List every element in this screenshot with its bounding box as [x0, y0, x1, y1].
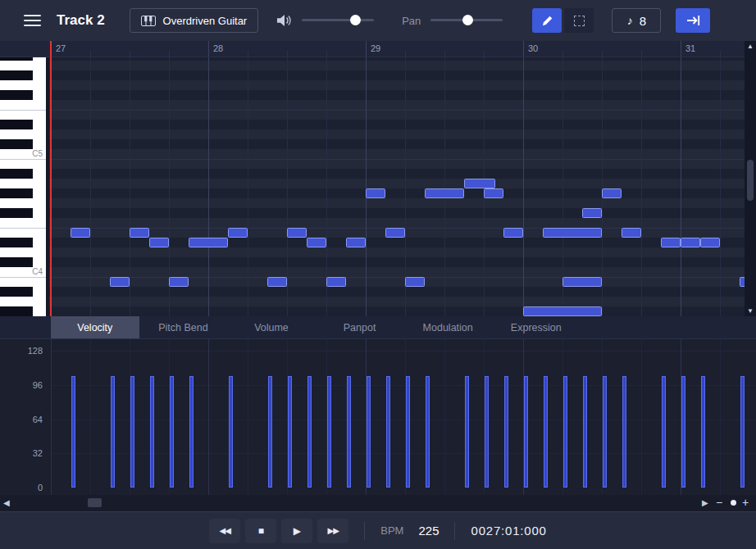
piano-key-d5[interactable] — [0, 129, 46, 139]
piano-key-e5[interactable] — [0, 110, 46, 120]
zoom-in-button[interactable]: + — [742, 496, 749, 509]
midi-note[interactable] — [287, 228, 307, 238]
midi-note[interactable] — [405, 277, 425, 287]
velocity-bar[interactable] — [465, 376, 469, 488]
horizontal-scrollbar[interactable]: ◀ ▶ − + — [0, 495, 756, 511]
midi-note[interactable] — [543, 228, 602, 238]
piano-key-f4[interactable] — [0, 218, 46, 228]
tab-panpot[interactable]: Panpot — [316, 316, 404, 338]
piano-keyboard[interactable]: C5C4 — [0, 57, 49, 316]
velocity-bar[interactable] — [583, 376, 587, 488]
piano-key-a3[interactable] — [0, 297, 46, 306]
tab-pitch-bend[interactable]: Pitch Bend — [139, 316, 228, 338]
note-duration-button[interactable]: ♪ 8 — [612, 8, 661, 33]
play-button[interactable]: ▶ — [281, 519, 312, 543]
velocity-bar[interactable] — [740, 376, 745, 488]
scroll-down-icon[interactable]: ▼ — [745, 307, 756, 315]
pencil-tool-button[interactable] — [532, 8, 562, 33]
velocity-bar[interactable] — [563, 376, 567, 488]
velocity-bar[interactable] — [485, 376, 489, 488]
midi-note[interactable] — [661, 238, 681, 247]
black-key[interactable] — [0, 238, 33, 247]
black-key[interactable] — [0, 306, 33, 316]
midi-note[interactable] — [228, 228, 248, 238]
vertical-scrollbar[interactable]: ▲ ▼ — [745, 41, 756, 316]
black-key[interactable] — [0, 70, 33, 80]
midi-note[interactable] — [385, 228, 405, 238]
velocity-bar[interactable] — [111, 376, 115, 488]
velocity-bar[interactable] — [130, 376, 134, 488]
playhead[interactable] — [50, 41, 52, 316]
black-key[interactable] — [0, 169, 33, 179]
black-key[interactable] — [0, 287, 33, 297]
velocity-bar[interactable] — [229, 376, 233, 488]
midi-note[interactable] — [484, 188, 503, 198]
midi-note[interactable] — [130, 228, 149, 238]
midi-note[interactable] — [503, 228, 523, 238]
pan-slider[interactable] — [430, 8, 503, 33]
piano-key-e4[interactable] — [0, 228, 46, 238]
selection-tool-button[interactable] — [564, 8, 594, 33]
scroll-left-icon[interactable]: ◀ — [3, 498, 10, 507]
velocity-bar[interactable] — [426, 376, 430, 488]
black-key[interactable] — [0, 188, 33, 198]
velocity-bar[interactable] — [603, 376, 607, 488]
midi-note[interactable] — [700, 238, 720, 247]
midi-note[interactable] — [602, 188, 622, 198]
midi-note[interactable] — [169, 277, 189, 287]
midi-note[interactable] — [523, 306, 602, 316]
midi-note[interactable] — [346, 238, 366, 247]
velocity-bar[interactable] — [504, 376, 508, 488]
piano-key-g4[interactable] — [0, 198, 46, 208]
scroll-right-icon[interactable]: ▶ — [702, 498, 708, 507]
velocity-bar[interactable] — [406, 376, 410, 488]
note-grid[interactable] — [49, 57, 745, 316]
piano-key-f5[interactable] — [0, 100, 46, 110]
piano-key-b3[interactable] — [0, 277, 46, 287]
velocity-bar[interactable] — [268, 376, 272, 488]
menu-button[interactable] — [21, 10, 43, 31]
vertical-scroll-thumb[interactable] — [747, 160, 754, 201]
midi-note[interactable] — [562, 277, 602, 287]
volume-slider-thumb[interactable] — [350, 15, 361, 25]
velocity-bar[interactable] — [288, 376, 292, 488]
velocity-bar[interactable] — [662, 376, 666, 488]
piano-key-a4[interactable] — [0, 179, 46, 188]
velocity-bar[interactable] — [170, 376, 174, 488]
midi-note[interactable] — [582, 208, 602, 218]
timeline-ruler[interactable]: 2728293031 — [0, 41, 745, 57]
velocity-lane[interactable]: 1289664320 — [0, 339, 756, 495]
midi-note[interactable] — [110, 277, 130, 287]
tab-modulation[interactable]: Modulation — [403, 316, 492, 338]
velocity-bar[interactable] — [307, 376, 312, 488]
zoom-out-button[interactable]: − — [716, 496, 722, 509]
black-key[interactable] — [0, 257, 33, 267]
midi-note[interactable] — [622, 228, 641, 238]
tab-volume[interactable]: Volume — [227, 316, 316, 338]
tab-velocity[interactable]: Velocity — [51, 316, 139, 338]
bpm-value[interactable]: 225 — [418, 524, 439, 538]
tab-expression[interactable]: Expression — [492, 316, 581, 338]
black-key[interactable] — [0, 120, 33, 129]
midi-note[interactable] — [149, 238, 169, 247]
instrument-button[interactable]: Overdriven Guitar — [130, 8, 259, 33]
rewind-button[interactable]: ◀◀ — [209, 519, 240, 543]
velocity-bar[interactable] — [544, 376, 548, 488]
zoom-level-dot[interactable] — [731, 500, 736, 506]
volume-slider-track[interactable] — [302, 19, 374, 21]
velocity-bar[interactable] — [386, 376, 390, 488]
midi-note[interactable] — [189, 238, 228, 247]
velocity-bar[interactable] — [681, 376, 685, 488]
midi-note[interactable] — [71, 228, 90, 238]
velocity-bar[interactable] — [150, 376, 154, 488]
midi-note[interactable] — [326, 277, 346, 287]
midi-note[interactable] — [425, 188, 464, 198]
piano-key-d4[interactable] — [0, 247, 46, 257]
midi-note[interactable] — [366, 188, 385, 198]
piano-key-b4[interactable] — [0, 159, 46, 169]
midi-note[interactable] — [681, 238, 700, 247]
black-key[interactable] — [0, 139, 33, 149]
black-key[interactable] — [0, 90, 33, 100]
forward-button[interactable]: ▶▶ — [317, 519, 348, 543]
piano-key-a5[interactable] — [0, 61, 46, 70]
